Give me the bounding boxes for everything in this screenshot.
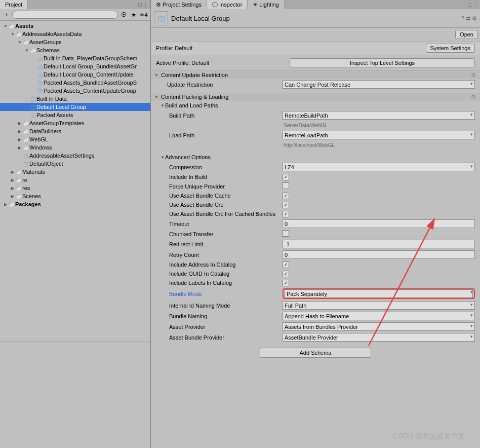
disclosure-icon[interactable]: ▶ <box>10 194 15 199</box>
tree-item[interactable]: ▶Packages <box>0 200 150 208</box>
hidden-icon[interactable]: 4 <box>139 10 148 19</box>
disclosure-icon[interactable]: ▼ <box>24 48 29 53</box>
control-use-asset-bundle-cache[interactable]: ✓ <box>283 193 289 199</box>
minimize-icon[interactable]: □ <box>468 2 471 8</box>
asset-icon <box>36 63 44 69</box>
tree-item[interactable]: ▶Materials <box>0 168 150 176</box>
control-include-labels-in-catalog[interactable]: ✓ <box>283 280 289 286</box>
tree-item[interactable]: Default Local Group <box>0 103 150 111</box>
control-chunked-transfer[interactable] <box>283 230 289 237</box>
gear-icon[interactable]: ⚙ <box>471 94 476 100</box>
tab-project-settings[interactable]: ⚙ Project Settings <box>151 0 207 9</box>
tab-label: Project <box>5 2 22 8</box>
gear-icon[interactable]: ⚙ <box>471 72 476 79</box>
tab-label: Project Settings <box>163 2 202 8</box>
tree-item[interactable]: ▶WebGL <box>0 135 150 143</box>
tree-item[interactable]: ▼AssetGroups <box>0 38 150 46</box>
tab-lighting[interactable]: ☀ Lighting <box>248 0 285 9</box>
control-asset-provider[interactable]: Assets from Bundles Provider <box>283 322 475 331</box>
tree-item[interactable]: ▶Scenes <box>0 192 150 200</box>
label-compression: Compression <box>151 164 283 170</box>
tree-item[interactable]: ▶res <box>0 184 150 192</box>
tree-item[interactable]: ▼AddressableAssetsData <box>0 30 150 38</box>
chevron-down-icon[interactable]: ▼ <box>160 103 165 108</box>
section-content-packing[interactable]: ▼ Content Packing & Loading ⚙ <box>151 93 480 101</box>
disclosure-icon[interactable]: ▶ <box>17 121 22 126</box>
tree-item[interactable]: Packed Assets_ContentUpdateGroup <box>0 87 150 95</box>
tree-item[interactable]: ▼Schemas <box>0 46 150 54</box>
control-bundle-mode[interactable]: Pack Separately <box>285 289 473 298</box>
tree-item[interactable]: Packed Assets_BundledAssetGroupS <box>0 79 150 87</box>
tree-item-label: AssetGroupTemplates <box>29 120 84 126</box>
tree-item[interactable]: Built In Data <box>0 95 150 103</box>
disclosure-icon[interactable]: ▶ <box>17 145 22 150</box>
section-content-update[interactable]: ▼ Content Update Restriction ⚙ <box>151 71 480 79</box>
section-title: Content Packing & Loading <box>161 94 228 100</box>
tree-item-label: AssetGroups <box>29 39 62 45</box>
control-compression[interactable]: LZ4 <box>283 163 475 171</box>
disclosure-icon[interactable]: ▶ <box>10 186 15 191</box>
control-use-asset-bundle-crc-for-cached-bundles[interactable]: ✓ <box>283 211 289 217</box>
tree-item[interactable]: ▶DataBuilders <box>0 127 150 135</box>
disclosure-icon[interactable]: ▼ <box>10 32 15 36</box>
tree-item[interactable]: ▼Assets <box>0 22 150 30</box>
select-build-path[interactable]: RemoteBuildPath <box>283 111 475 120</box>
system-settings-button[interactable]: System Settings <box>426 44 475 53</box>
tree-item[interactable]: ▶Windows <box>0 143 150 152</box>
tree-item-label: AddressableAssetsData <box>22 31 82 37</box>
select-load-path[interactable]: RemoteLoadPath <box>283 131 475 139</box>
control-include-guid-in-catalog[interactable]: ✓ <box>283 271 289 277</box>
control-use-asset-bundle-crc[interactable]: ✓ <box>283 202 289 208</box>
favorite-icon[interactable]: ★ <box>129 10 138 19</box>
tree-item[interactable]: DefaultObject <box>0 160 150 168</box>
tab-project[interactable]: Project <box>0 0 28 9</box>
disclosure-icon[interactable]: ▼ <box>17 40 22 45</box>
control-force-unique-provider[interactable] <box>283 182 289 189</box>
disclosure-icon[interactable]: ▼ <box>3 24 8 28</box>
menu-icon[interactable]: ⋮ <box>143 2 148 8</box>
tree-item[interactable]: ▶re <box>0 176 150 184</box>
disclosure-icon[interactable]: ▶ <box>3 202 8 207</box>
folder-icon <box>8 201 15 207</box>
control-include-address-in-catalog[interactable]: ✓ <box>283 262 289 268</box>
asset-icon <box>36 80 44 86</box>
tree-item[interactable]: Built In Data_PlayerDataGroupSchem <box>0 54 150 62</box>
inspector-header: ◫ Default Local Group ? ⇄ ⚙ <box>151 9 480 28</box>
minimize-icon[interactable]: □ <box>138 2 142 8</box>
asset-icon <box>36 71 44 78</box>
gear-icon[interactable]: ⚙ <box>472 15 477 22</box>
label-asset-bundle-provider: Asset Bundle Provider <box>151 334 283 341</box>
disclosure-icon[interactable]: ▶ <box>17 137 22 142</box>
tree-item[interactable]: Default Local Group_ContentUpdate <box>0 70 150 79</box>
tree-item[interactable]: Packed Assets <box>0 111 150 119</box>
control-retry-count[interactable] <box>283 250 475 259</box>
asset-icon <box>22 153 29 159</box>
chevron-down-icon[interactable]: ▼ <box>160 155 165 160</box>
add-schema-button[interactable]: Add Schema <box>260 348 371 358</box>
filter-icon[interactable]: ⦿ <box>119 10 128 19</box>
preset-icon[interactable]: ⇄ <box>466 15 470 22</box>
control-timeout[interactable] <box>283 219 475 228</box>
inspect-top-button[interactable]: Inspect Top Level Settings <box>290 58 475 67</box>
tree-item[interactable]: AddressableAssetSettings <box>0 152 150 160</box>
tree-item-label: Default Local Group_BundledAssetGr <box>44 63 137 69</box>
control-bundle-naming[interactable]: Append Hash to Filename <box>283 312 475 320</box>
help-icon[interactable]: ? <box>461 15 464 22</box>
add-icon[interactable]: + <box>2 10 11 19</box>
control-include-in-build[interactable]: ✓ <box>283 174 289 180</box>
disclosure-icon[interactable]: ▶ <box>10 178 15 182</box>
control-asset-bundle-provider[interactable]: AssetBundle Provider <box>283 333 475 342</box>
menu-icon[interactable]: ⋮ <box>472 2 478 8</box>
open-button[interactable]: Open <box>455 30 478 39</box>
tree-item-label: Packages <box>15 201 41 207</box>
control-internal-id-naming-mode[interactable]: Full Path <box>283 301 475 310</box>
label-internal-id-naming-mode: Internal Id Naming Mode <box>151 303 283 309</box>
search-input[interactable] <box>12 11 118 19</box>
control-redirect-limit[interactable] <box>283 240 475 248</box>
disclosure-icon[interactable]: ▶ <box>17 129 22 134</box>
tree-item[interactable]: ▶AssetGroupTemplates <box>0 119 150 127</box>
tree-item[interactable]: Default Local Group_BundledAssetGr <box>0 62 150 70</box>
tab-inspector[interactable]: ⓘ Inspector <box>207 0 248 9</box>
disclosure-icon[interactable]: ▶ <box>10 170 15 174</box>
select-update-restriction[interactable]: Can Change Post Release <box>283 80 475 89</box>
